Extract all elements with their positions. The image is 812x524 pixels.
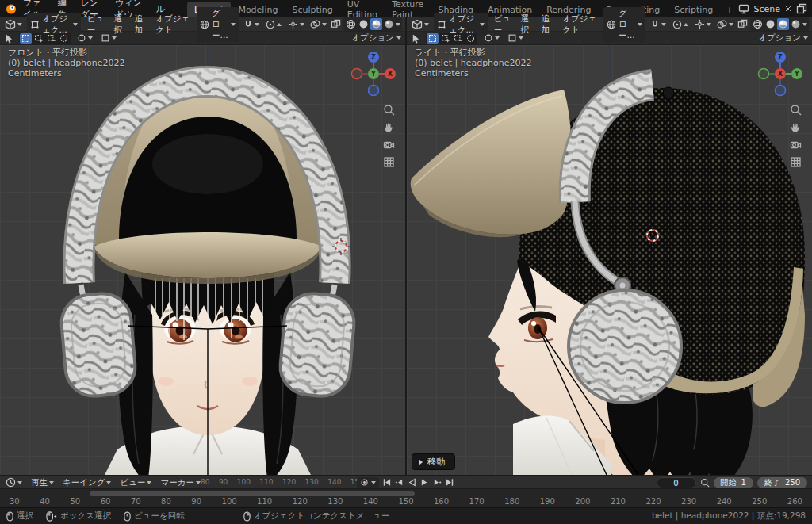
gizmos-toggle[interactable] — [693, 19, 713, 29]
select-set-button[interactable] — [427, 33, 439, 44]
current-frame-field[interactable]: 0 — [657, 477, 696, 488]
select-subtract-button[interactable] — [45, 33, 57, 44]
tool-option-a[interactable] — [482, 33, 501, 43]
xray-toggle-icon[interactable] — [331, 19, 341, 29]
timeline-menu-marker[interactable]: マーカー — [159, 477, 202, 488]
zoom-icon[interactable] — [790, 104, 802, 116]
tool-option-b[interactable] — [99, 33, 118, 43]
editor-type-button[interactable] — [3, 19, 24, 30]
orientation-label: グロー... — [619, 8, 635, 41]
play-button[interactable] — [419, 477, 430, 488]
gizmos-toggle[interactable] — [286, 19, 306, 29]
shading-material-button[interactable] — [370, 18, 382, 30]
menu-object[interactable]: オブジェクト — [559, 13, 600, 36]
viewport-header: オブジェク... ビュー 選択 追加 オブジェクト グロー... — [0, 17, 405, 32]
magnifier-icon[interactable] — [700, 478, 710, 488]
menu-view[interactable]: ビュー — [84, 13, 108, 36]
shading-rendered-button[interactable] — [383, 18, 395, 30]
prev-keyframe-button[interactable] — [394, 477, 404, 488]
select-invert-button[interactable] — [465, 33, 477, 44]
viewport-options-dropdown[interactable]: オプション — [758, 33, 808, 44]
menu-add[interactable]: 追加 — [538, 13, 556, 36]
navigation-gizmo[interactable]: Z X Y — [348, 48, 399, 99]
menu-select[interactable]: 選択 — [111, 13, 128, 36]
menu-add[interactable]: 追加 — [132, 13, 149, 36]
play-reverse-button[interactable] — [407, 477, 417, 488]
character-side-render — [407, 45, 812, 475]
proportional-circle-icon — [672, 20, 682, 29]
select-tool-icon[interactable] — [411, 33, 421, 44]
shading-wireframe-button[interactable] — [345, 18, 357, 30]
view-layer-icon[interactable] — [796, 3, 807, 14]
timeline-menu-view[interactable]: ビュー — [118, 477, 153, 488]
camera-icon[interactable] — [790, 139, 802, 151]
select-tool-icon[interactable] — [4, 33, 14, 44]
select-set-button[interactable] — [20, 33, 32, 44]
hand-icon[interactable] — [790, 121, 802, 133]
workspace-tab-modeling[interactable]: Modeling — [231, 2, 285, 17]
viewport-canvas-front[interactable]: フロント・平行投影 (0) belet | headphone2022 Cent… — [0, 45, 405, 475]
workspace-tab-scripting[interactable]: Scripting — [667, 2, 720, 17]
menu-object[interactable]: オブジェクト — [152, 13, 193, 36]
shading-mode-cluster — [750, 17, 809, 31]
snap-toggle[interactable] — [242, 20, 261, 29]
end-frame-field[interactable]: 終了 250 — [757, 477, 807, 488]
snap-toggle[interactable] — [649, 20, 668, 29]
blender-logo-icon[interactable] — [5, 2, 17, 15]
camera-icon[interactable] — [383, 139, 395, 151]
options-label: オプション — [351, 33, 394, 44]
shading-material-button[interactable] — [777, 18, 789, 30]
jump-to-end-button[interactable] — [445, 477, 455, 488]
viewport-overlay-text: フロント・平行投影 (0) belet | headphone2022 Cent… — [8, 48, 125, 78]
editor-type-button[interactable] — [410, 19, 431, 30]
tool-option-b[interactable] — [506, 33, 525, 43]
grid-icon[interactable] — [790, 156, 802, 168]
scene-selector[interactable]: Scene — [753, 4, 780, 14]
workspace-tab-sculpting[interactable]: Sculpting — [285, 2, 339, 17]
transform-orientation-dropdown[interactable]: グロー... — [603, 7, 645, 42]
proportional-edit-toggle[interactable] — [671, 20, 690, 29]
next-keyframe-button[interactable] — [432, 477, 442, 488]
select-extend-button[interactable] — [33, 33, 44, 44]
timeline-header: 再生 キーイング ビュー マーカー 8090100110120130140150 — [0, 476, 812, 488]
operator-panel-move[interactable]: 移動 — [412, 453, 455, 470]
start-frame-field[interactable]: 開始 1 — [714, 477, 753, 488]
zoom-icon[interactable] — [383, 104, 395, 116]
blender-window: ファイル 編集 レンダー ウィンドウ ヘルプ Layout Modeling S… — [0, 0, 812, 524]
shading-solid-button[interactable] — [764, 18, 776, 30]
shading-wireframe-button[interactable] — [752, 18, 764, 30]
overlays-toggle[interactable] — [308, 19, 328, 29]
tool-option-a[interactable] — [75, 33, 94, 43]
shading-solid-button[interactable] — [358, 18, 370, 30]
auto-key-toggle[interactable] — [357, 477, 379, 488]
overlays-toggle[interactable] — [715, 19, 735, 29]
add-workspace-button[interactable]: + — [720, 2, 738, 17]
svg-text:X: X — [778, 71, 783, 78]
select-invert-button[interactable] — [58, 33, 70, 44]
viewport-canvas-right[interactable]: ライト・平行投影 (0) belet | headphone2022 Centi… — [407, 45, 812, 475]
hand-icon[interactable] — [383, 121, 395, 133]
timeline-scrollbar[interactable] — [90, 491, 415, 496]
timeline-menu-keying[interactable]: キーイング — [61, 477, 113, 488]
expand-icon — [419, 459, 423, 465]
viewport-header: オブジェク... ビュー 選択 追加 オブジェクト グロー... — [407, 17, 812, 32]
navigation-gizmo[interactable]: Z Y X — [755, 48, 806, 99]
menu-select[interactable]: 選択 — [518, 13, 535, 36]
select-extend-button[interactable] — [439, 33, 451, 44]
menu-view[interactable]: ビュー — [491, 13, 515, 36]
select-subtract-button[interactable] — [452, 33, 464, 44]
workspace-tab-texture-paint[interactable]: Texture Paint — [385, 2, 431, 17]
jump-to-start-button[interactable] — [381, 477, 392, 488]
magnet-icon — [650, 20, 660, 29]
close-icon[interactable] — [784, 5, 792, 13]
transform-orientation-dropdown[interactable]: グロー... — [197, 7, 239, 42]
workspace-tab-uv-editing[interactable]: UV Editing — [340, 2, 385, 17]
proportional-edit-toggle[interactable] — [264, 20, 283, 29]
timeline-menu-playback[interactable]: 再生 — [29, 477, 56, 488]
xray-toggle-icon[interactable] — [737, 19, 748, 29]
timeline-editor-type-button[interactable] — [4, 477, 24, 488]
grid-icon[interactable] — [383, 156, 395, 168]
timeline-ruler[interactable]: 3040506070809010011012013014015016017018… — [0, 488, 812, 507]
viewport-options-dropdown[interactable]: オプション — [351, 33, 401, 44]
shading-rendered-button[interactable] — [790, 18, 802, 30]
